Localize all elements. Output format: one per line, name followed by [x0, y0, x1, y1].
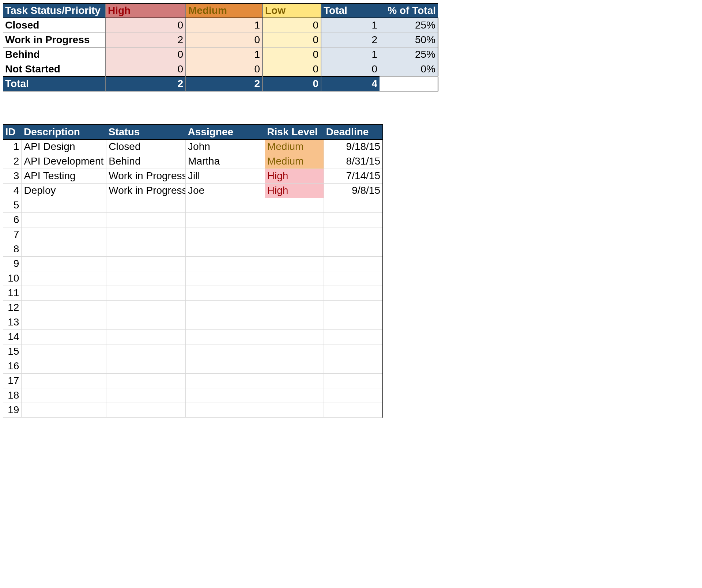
cell-id[interactable]: 9	[3, 256, 22, 271]
cell-id[interactable]: 11	[3, 286, 22, 300]
cell-assignee[interactable]	[186, 286, 265, 300]
cell-assignee[interactable]	[186, 212, 265, 227]
cell-deadline[interactable]	[324, 359, 383, 373]
cell-risk[interactable]	[265, 227, 324, 242]
cell-risk[interactable]	[265, 315, 324, 329]
cell-status[interactable]	[106, 344, 186, 359]
cell-assignee[interactable]	[186, 315, 265, 329]
cell-status[interactable]	[106, 388, 186, 403]
cell-desc[interactable]	[22, 329, 106, 344]
summary-cell-low[interactable]: 0	[263, 47, 321, 62]
cell-status[interactable]: Closed	[106, 139, 186, 154]
cell-status[interactable]	[106, 212, 186, 227]
cell-status[interactable]	[106, 300, 186, 315]
cell-id[interactable]: 2	[3, 154, 22, 169]
cell-id[interactable]: 8	[3, 242, 22, 256]
cell-status[interactable]	[106, 403, 186, 417]
summary-cell-pct[interactable]: 50%	[380, 33, 438, 47]
cell-id[interactable]: 14	[3, 329, 22, 344]
cell-deadline[interactable]	[324, 373, 383, 388]
summary-row-label[interactable]: Closed	[3, 18, 105, 33]
cell-risk[interactable]	[265, 300, 324, 315]
cell-id[interactable]: 13	[3, 315, 22, 329]
cell-assignee[interactable]	[186, 271, 265, 286]
cell-desc[interactable]	[22, 227, 106, 242]
cell-status[interactable]	[106, 256, 186, 271]
cell-status[interactable]	[106, 359, 186, 373]
cell-risk[interactable]	[265, 329, 324, 344]
cell-deadline[interactable]	[324, 256, 383, 271]
summary-cell-total[interactable]: 2	[321, 33, 380, 47]
cell-desc[interactable]	[22, 315, 106, 329]
cell-desc[interactable]	[22, 373, 106, 388]
cell-desc[interactable]: API Design	[22, 139, 106, 154]
cell-risk[interactable]	[265, 286, 324, 300]
cell-desc[interactable]	[22, 256, 106, 271]
summary-cell-low[interactable]: 0	[263, 33, 321, 47]
cell-risk[interactable]: Medium	[265, 154, 324, 169]
cell-deadline[interactable]	[324, 403, 383, 417]
cell-risk[interactable]	[265, 256, 324, 271]
cell-deadline[interactable]	[324, 300, 383, 315]
cell-desc[interactable]	[22, 242, 106, 256]
summary-cell-low[interactable]: 0	[263, 18, 321, 33]
cell-id[interactable]: 6	[3, 212, 22, 227]
cell-id[interactable]: 19	[3, 403, 22, 417]
cell-id[interactable]: 4	[3, 183, 22, 198]
cell-deadline[interactable]	[324, 315, 383, 329]
cell-risk[interactable]	[265, 373, 324, 388]
cell-assignee[interactable]	[186, 300, 265, 315]
cell-deadline[interactable]: 7/14/15	[324, 169, 383, 183]
cell-id[interactable]: 10	[3, 271, 22, 286]
cell-assignee[interactable]	[186, 242, 265, 256]
cell-deadline[interactable]: 9/18/15	[324, 139, 383, 154]
cell-desc[interactable]: API Development	[22, 154, 106, 169]
summary-row-label[interactable]: Work in Progress	[3, 33, 105, 47]
summary-cell-pct[interactable]: 25%	[380, 18, 438, 33]
cell-assignee[interactable]	[186, 344, 265, 359]
cell-status[interactable]: Behind	[106, 154, 186, 169]
cell-deadline[interactable]: 8/31/15	[324, 154, 383, 169]
cell-risk[interactable]	[265, 212, 324, 227]
cell-status[interactable]: Work in Progress	[106, 183, 186, 198]
cell-assignee[interactable]	[186, 198, 265, 212]
cell-deadline[interactable]	[324, 271, 383, 286]
summary-cell-med[interactable]: 1	[186, 47, 263, 62]
cell-assignee[interactable]: Joe	[186, 183, 265, 198]
cell-risk[interactable]	[265, 388, 324, 403]
cell-desc[interactable]: Deploy	[22, 183, 106, 198]
cell-status[interactable]	[106, 373, 186, 388]
cell-risk[interactable]: Medium	[265, 139, 324, 154]
cell-desc[interactable]	[22, 271, 106, 286]
cell-desc[interactable]	[22, 359, 106, 373]
cell-desc[interactable]	[22, 388, 106, 403]
cell-deadline[interactable]: 9/8/15	[324, 183, 383, 198]
summary-cell-high[interactable]: 0	[105, 47, 186, 62]
cell-risk[interactable]: High	[265, 183, 324, 198]
cell-assignee[interactable]	[186, 359, 265, 373]
summary-cell-total[interactable]: 1	[321, 47, 380, 62]
summary-cell-high[interactable]: 2	[105, 33, 186, 47]
cell-assignee[interactable]: John	[186, 139, 265, 154]
cell-risk[interactable]	[265, 403, 324, 417]
cell-risk[interactable]	[265, 359, 324, 373]
cell-assignee[interactable]	[186, 388, 265, 403]
cell-id[interactable]: 3	[3, 169, 22, 183]
cell-deadline[interactable]	[324, 227, 383, 242]
summary-row-label[interactable]: Not Started	[3, 62, 105, 76]
cell-desc[interactable]	[22, 344, 106, 359]
cell-desc[interactable]	[22, 403, 106, 417]
summary-cell-pct[interactable]: 25%	[380, 47, 438, 62]
cell-id[interactable]: 12	[3, 300, 22, 315]
cell-assignee[interactable]: Jill	[186, 169, 265, 183]
cell-assignee[interactable]: Martha	[186, 154, 265, 169]
cell-risk[interactable]	[265, 271, 324, 286]
cell-status[interactable]	[106, 198, 186, 212]
cell-status[interactable]: Work in Progress	[106, 169, 186, 183]
cell-id[interactable]: 18	[3, 388, 22, 403]
cell-status[interactable]	[106, 329, 186, 344]
cell-assignee[interactable]	[186, 329, 265, 344]
summary-cell-med[interactable]: 0	[186, 62, 263, 76]
cell-status[interactable]	[106, 227, 186, 242]
cell-id[interactable]: 7	[3, 227, 22, 242]
